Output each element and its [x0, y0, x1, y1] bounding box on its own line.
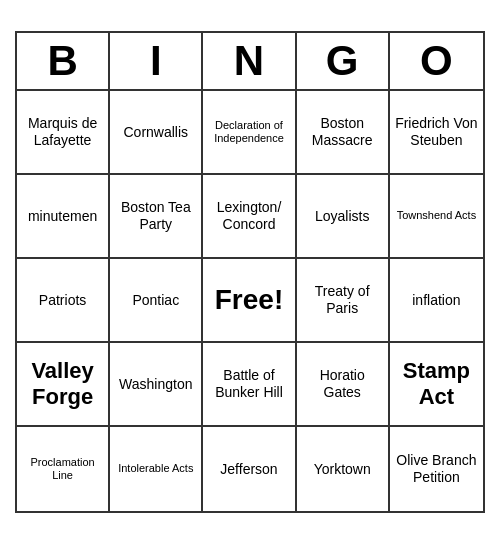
bingo-cell-9: Townshend Acts [390, 175, 483, 259]
bingo-cell-18: Horatio Gates [297, 343, 390, 427]
bingo-cell-20: Proclamation Line [17, 427, 110, 511]
bingo-cell-17: Battle of Bunker Hill [203, 343, 296, 427]
bingo-letter-b: B [17, 33, 110, 89]
bingo-cell-8: Loyalists [297, 175, 390, 259]
bingo-cell-19: Stamp Act [390, 343, 483, 427]
bingo-letter-i: I [110, 33, 203, 89]
bingo-cell-2: Declaration of Independence [203, 91, 296, 175]
bingo-card: BINGO Marquis de LafayetteCornwallisDecl… [15, 31, 485, 513]
bingo-cell-21: Intolerable Acts [110, 427, 203, 511]
bingo-cell-6: Boston Tea Party [110, 175, 203, 259]
bingo-header: BINGO [17, 33, 483, 91]
bingo-cell-22: Jefferson [203, 427, 296, 511]
bingo-cell-10: Patriots [17, 259, 110, 343]
bingo-cell-14: inflation [390, 259, 483, 343]
bingo-cell-4: Friedrich Von Steuben [390, 91, 483, 175]
bingo-cell-12: Free! [203, 259, 296, 343]
bingo-cell-15: Valley Forge [17, 343, 110, 427]
bingo-cell-11: Pontiac [110, 259, 203, 343]
bingo-cell-0: Marquis de Lafayette [17, 91, 110, 175]
bingo-letter-o: O [390, 33, 483, 89]
bingo-cell-16: Washington [110, 343, 203, 427]
bingo-cell-24: Olive Branch Petition [390, 427, 483, 511]
bingo-letter-g: G [297, 33, 390, 89]
bingo-grid: Marquis de LafayetteCornwallisDeclaratio… [17, 91, 483, 511]
bingo-cell-13: Treaty of Paris [297, 259, 390, 343]
bingo-cell-3: Boston Massacre [297, 91, 390, 175]
bingo-cell-1: Cornwallis [110, 91, 203, 175]
bingo-cell-7: Lexington/ Concord [203, 175, 296, 259]
bingo-cell-5: minutemen [17, 175, 110, 259]
bingo-letter-n: N [203, 33, 296, 89]
bingo-cell-23: Yorktown [297, 427, 390, 511]
